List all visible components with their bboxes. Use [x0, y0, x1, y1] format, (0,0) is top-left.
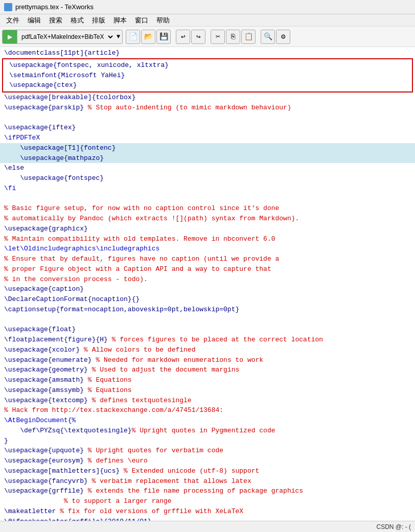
code-line	[0, 315, 415, 325]
paste-button[interactable]: 📋	[241, 30, 256, 44]
status-bar: CSDN @: - (	[0, 521, 415, 532]
code-line: \usepackage{grffile} % extends the file …	[0, 486, 415, 496]
find-button[interactable]: 🔍	[261, 30, 275, 44]
code-line: \usepackage{amssymb} % Equations	[0, 385, 415, 396]
app-icon	[4, 3, 12, 11]
copy-button[interactable]: ⎘	[226, 30, 240, 44]
new-button[interactable]: 📄	[126, 30, 140, 44]
cut-button[interactable]: ✂	[211, 30, 225, 44]
code-line: \usepackage{upquote} % Upright quotes fo…	[0, 446, 415, 456]
highlighted-block: \usepackage{fontspec, xunicode, xltxtra}…	[2, 58, 413, 92]
code-line: \usepackage{graphicx}	[0, 224, 415, 234]
code-line: }	[0, 436, 415, 446]
title-bar: prettymaps.tex - TeXworks	[0, 0, 415, 14]
code-line: \usepackage{textcomp} % defines textquot…	[0, 396, 415, 406]
code-line: \let\Oldincludegraphics\includegraphics	[0, 244, 415, 254]
code-line: \usepackage{enumerate} % Needed for mark…	[0, 355, 415, 365]
code-line: \usepackage{ctex}	[5, 80, 410, 90]
code-line: % automatically by Pandoc (which extract…	[0, 214, 415, 224]
code-line: \usepackage{iftex}	[0, 123, 415, 133]
toolbar: pdfLaTeX+MakeIndex+BibTeX ▼ 📄 📂 💾 ↩ ↪ ✂ …	[0, 27, 415, 47]
code-line: \usepackage{geometry} % Used to adjust t…	[0, 365, 415, 375]
code-line	[0, 113, 415, 123]
code-line: % Ensure that by default, figures have n…	[0, 254, 415, 264]
status-text: CSDN @: - (	[376, 523, 411, 530]
menu-edit[interactable]: 编辑	[24, 16, 45, 25]
window-title: prettymaps.tex - TeXworks	[15, 3, 94, 11]
code-line: \usepackage{amsmath} % Equations	[0, 375, 415, 385]
code-line: \usepackage[T1]{fontenc}	[0, 143, 415, 153]
undo-button[interactable]: ↩	[176, 30, 190, 44]
code-line: \documentclass[11pt]{article}	[0, 48, 415, 58]
menu-script[interactable]: 脚本	[109, 16, 131, 25]
code-line: \usepackage{parskip} % Stop auto-indenti…	[0, 103, 415, 113]
redo-button[interactable]: ↪	[191, 30, 205, 44]
code-line: \usepackage[mathletters]{ucs} % Extended…	[0, 466, 415, 476]
run-button[interactable]	[3, 30, 17, 44]
code-line: % Basic figure setup, for now with no ca…	[0, 203, 415, 214]
open-button[interactable]: 📂	[141, 30, 155, 44]
code-line: \usepackage{fontspec}	[0, 173, 415, 183]
code-line: \ifPDFTeX	[0, 133, 415, 143]
code-line: \usepackage{caption}	[0, 284, 415, 294]
code-line: \usepackage{eurosym} % defines \euro	[0, 456, 415, 466]
code-line: \fi	[0, 183, 415, 194]
typeset-select[interactable]: pdfLaTeX+MakeIndex+BibTeX	[17, 30, 114, 44]
settings-button[interactable]: ⚙	[276, 30, 290, 44]
menu-format[interactable]: 格式	[66, 16, 88, 25]
menu-window[interactable]: 窗口	[131, 16, 152, 25]
code-line: \usepackage{fancyvrb} % verbatim replace…	[0, 476, 415, 487]
menu-typeset[interactable]: 排版	[88, 16, 109, 25]
editor-area[interactable]: \documentclass[11pt]{article} \usepackag…	[0, 47, 415, 521]
code-line: % in the conversion process - todo).	[0, 274, 415, 285]
code-line: \captionsetup{format=nocaption,aboveskip…	[0, 305, 415, 315]
run-config-selector[interactable]: pdfLaTeX+MakeIndex+BibTeX ▼	[2, 30, 123, 44]
code-line: \DeclareCaptionFormat{nocaption}{}	[0, 294, 415, 305]
code-line: \usepackage{fontspec, xunicode, xltxtra}	[5, 60, 410, 71]
code-line: \def\PYZsq{\textquotesingle}% Upright qu…	[0, 426, 415, 436]
code-line: % proper Figure object with a Caption AP…	[0, 264, 415, 274]
code-line: % Maintain compatibility with old templa…	[0, 234, 415, 244]
code-line: \usepackage{xcolor} % Allow colors to be…	[0, 345, 415, 355]
save-button[interactable]: 💾	[156, 30, 171, 44]
code-line: \makeatletter % fix for old versions of …	[0, 506, 415, 517]
menu-file[interactable]: 文件	[2, 16, 24, 25]
code-line: % Hack from http://tex.stackexchange.com…	[0, 405, 415, 415]
dropdown-arrow[interactable]: ▼	[114, 33, 122, 40]
menu-search[interactable]: 搜索	[45, 16, 66, 25]
code-line: \setmainfont{Microsoft YaHei}	[5, 71, 410, 81]
code-line: \usepackage{mathpazo}	[0, 153, 415, 164]
code-line: % to support a larger range	[0, 496, 415, 506]
code-line: \floatplacement{figure}{H} % forces figu…	[0, 335, 415, 345]
code-line	[0, 194, 415, 204]
code-line: \usepackage[breakable]{tcolorbox}	[0, 92, 415, 103]
menu-bar: 文件 编辑 搜索 格式 排版 脚本 窗口 帮助	[0, 14, 415, 27]
code-line: \usepackage{float}	[0, 325, 415, 335]
code-line: \else	[0, 163, 415, 173]
menu-help[interactable]: 帮助	[152, 16, 174, 25]
code-line: \AtBeginDocument{%	[0, 415, 415, 426]
code-line: \@ifpackagelater{grffile}{2019/11/01}	[0, 517, 415, 521]
